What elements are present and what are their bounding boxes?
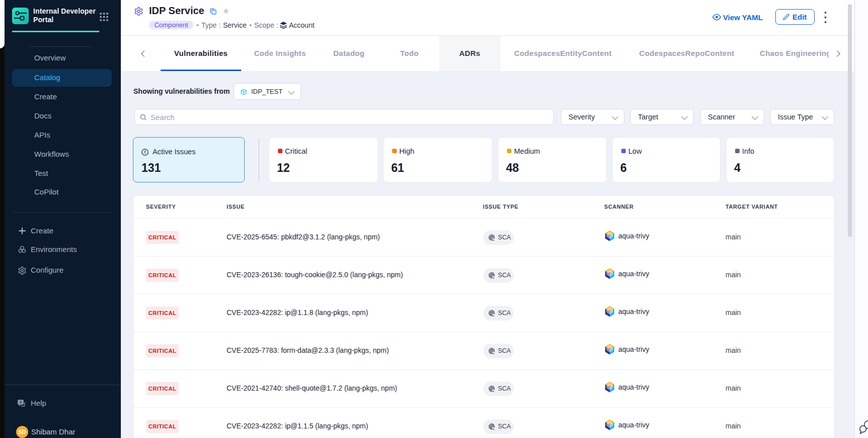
svg-text:?: ? bbox=[20, 400, 22, 405]
